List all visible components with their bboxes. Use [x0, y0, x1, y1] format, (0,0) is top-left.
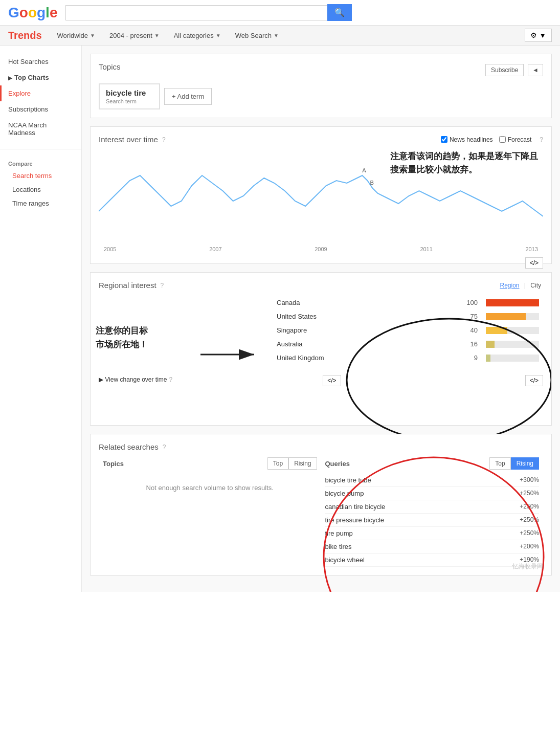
sidebar-item-ncaa[interactable]: NCAA March Madness	[0, 117, 81, 141]
view-change-link[interactable]: ▶ View change over time	[99, 376, 167, 383]
regional-embed-button-right[interactable]: </>	[525, 375, 543, 386]
forecast-checkbox[interactable]: Forecast	[499, 136, 532, 143]
topics-terms: bicycle tire Search term + Add term	[99, 83, 543, 109]
logo-o1: o	[19, 5, 28, 20]
searchtype-dropdown[interactable]: Web Search ▼	[232, 30, 282, 41]
news-headlines-input[interactable]	[441, 136, 447, 143]
region-tab-city[interactable]: City	[528, 281, 543, 290]
x-label-2007: 2007	[209, 246, 221, 252]
related-title: Related searches	[99, 443, 159, 451]
related-columns: Topics Top Rising Not enough search volu…	[99, 457, 543, 567]
query-term-2[interactable]: bicycle pump	[325, 490, 364, 497]
related-header: Related searches ?	[99, 443, 543, 451]
regional-embed-button-left[interactable]: </>	[323, 375, 341, 386]
topics-rising-tab[interactable]: Rising	[288, 457, 317, 470]
news-headlines-checkbox[interactable]: News headlines	[441, 136, 493, 143]
sidebar: Hot Searches ▶Top Charts Explore Subscri…	[0, 46, 82, 592]
query-term-3[interactable]: canadian tire bicycle	[325, 503, 386, 511]
related-searches-section: Related searches ? Topics Top Rising Not…	[90, 434, 552, 576]
sidebar-item-subscriptions[interactable]: Subscriptions	[0, 101, 81, 117]
categories-dropdown[interactable]: All categories ▼	[171, 30, 224, 41]
related-topics-col: Topics Top Rising Not enough search volu…	[99, 457, 321, 567]
queries-list: bicycle tire tube +300% bicycle pump +25…	[325, 474, 540, 567]
sidebar-sub-time-ranges[interactable]: Time ranges	[0, 196, 81, 210]
queries-tab-group: Top Rising	[489, 457, 539, 470]
regional-help-icon[interactable]: ?	[161, 282, 164, 289]
logo-e: e	[50, 5, 58, 20]
topics-section: Topics Subscribe ◄ bicycle tire Search t…	[90, 54, 552, 118]
logo-o2: o	[28, 5, 37, 20]
sidebar-item-explore[interactable]: Explore	[0, 85, 81, 101]
sidebar-item-top-charts[interactable]: ▶Top Charts	[0, 70, 81, 85]
query-term-5[interactable]: tire pump	[325, 529, 353, 537]
region-tabs: Region | City	[498, 282, 543, 289]
query-term-1[interactable]: bicycle tire tube	[325, 476, 371, 484]
region-name-canada: Canada	[273, 296, 462, 309]
chart-embed-button[interactable]: </>	[525, 257, 543, 269]
query-pct-2: +250%	[520, 490, 539, 497]
view-change-help[interactable]: ?	[169, 376, 173, 383]
sidebar-item-hot-searches[interactable]: Hot Searches	[0, 54, 81, 70]
query-term-4[interactable]: tire pressure bicycle	[325, 516, 385, 524]
region-bar-au	[482, 337, 543, 351]
related-queries-col: Queries Top Rising bicycle tire tube +30…	[321, 457, 544, 567]
list-item: canadian tire bicycle +250%	[325, 500, 540, 514]
header: Google 🔍	[0, 0, 560, 26]
table-row: Canada 100	[273, 296, 543, 309]
search-button[interactable]: 🔍	[327, 4, 352, 21]
regional-annotation-chinese: 注意你的目标市场所在地！	[96, 324, 148, 351]
x-label-2005: 2005	[104, 246, 116, 252]
timerange-dropdown[interactable]: 2004 - present ▼	[106, 30, 163, 41]
worldwide-arrow: ▼	[90, 33, 95, 38]
top-charts-arrow: ▶	[8, 75, 12, 81]
forecast-input[interactable]	[499, 136, 506, 143]
table-row: United Kingdom 9	[273, 351, 543, 365]
google-logo: Google	[8, 5, 57, 21]
share-button[interactable]: ◄	[528, 64, 543, 76]
logo-g: G	[8, 5, 19, 20]
query-pct-4: +250%	[520, 516, 539, 524]
sidebar-sub-search-terms[interactable]: Search terms	[0, 169, 81, 183]
sidebar-sub-locations[interactable]: Locations	[0, 183, 81, 196]
logo-l: l	[46, 5, 50, 20]
topics-actions: Subscribe ◄	[485, 64, 543, 76]
search-term-tag: bicycle tire Search term	[99, 83, 160, 109]
queries-rising-tab[interactable]: Rising	[511, 457, 539, 470]
queries-top-tab[interactable]: Top	[489, 457, 510, 470]
topics-title: Topics	[99, 62, 121, 71]
svg-text:B: B	[370, 180, 373, 186]
interest-help-icon[interactable]: ?	[162, 136, 166, 143]
top-charts-label: Top Charts	[14, 74, 49, 81]
topics-top-tab[interactable]: Top	[267, 457, 288, 470]
interest-header: Interest over time ? News headlines Fore…	[99, 135, 543, 144]
add-term-button[interactable]: + Add term	[164, 88, 212, 105]
search-input[interactable]	[65, 5, 327, 20]
regional-interest-section: Regional interest ? Region | City 注意你的目标…	[90, 272, 552, 426]
categories-arrow: ▼	[216, 33, 221, 38]
topics-tab-group: Top Rising	[267, 457, 317, 470]
categories-label: All categories	[174, 32, 214, 39]
news-headlines-label: News headlines	[450, 136, 493, 143]
table-row: Singapore 40	[273, 323, 543, 337]
worldwide-dropdown[interactable]: Worldwide ▼	[54, 30, 98, 41]
x-label-2009: 2009	[315, 246, 327, 252]
timerange-label: 2004 - present	[109, 32, 152, 39]
region-name-sg: Singapore	[273, 323, 462, 337]
chart-annotation-chinese: 注意看该词的趋势，如果是逐年下降且搜索量比较小就放弃。	[390, 150, 538, 176]
related-help-icon[interactable]: ?	[163, 444, 166, 451]
gear-button[interactable]: ⚙ ▼	[525, 29, 552, 42]
region-bar-us	[482, 309, 543, 323]
interest-over-time-section: Interest over time ? News headlines Fore…	[90, 126, 552, 264]
trends-logo: Trends	[8, 30, 42, 41]
query-term-7[interactable]: bicycle wheel	[325, 556, 365, 564]
region-table: Canada 100 United States 75	[273, 296, 543, 365]
timerange-arrow: ▼	[154, 33, 160, 38]
query-pct-5: +250%	[520, 529, 539, 537]
subscribe-button[interactable]: Subscribe	[485, 64, 524, 76]
forecast-help-icon[interactable]: ?	[540, 136, 543, 143]
region-name-au: Australia	[273, 337, 462, 351]
query-term-6[interactable]: bike tires	[325, 543, 352, 550]
query-pct-1: +300%	[520, 476, 539, 484]
svg-text:A: A	[362, 167, 366, 173]
region-tab-region[interactable]: Region	[498, 281, 521, 290]
